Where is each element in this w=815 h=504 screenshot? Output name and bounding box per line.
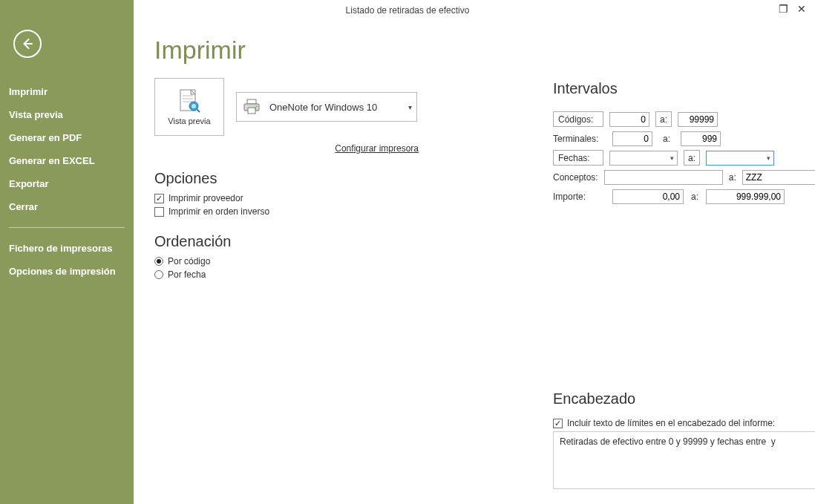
a-text: a: (688, 153, 695, 163)
sidebar-item-imprimir[interactable]: Imprimir (0, 80, 134, 103)
chevron-down-icon: ▾ (767, 154, 770, 162)
sidebar-item-label: Exportar (9, 178, 48, 189)
sidebar-item-label: Opciones de impresión (9, 266, 116, 277)
label-text: Códigos: (558, 114, 593, 125)
maximize-icon[interactable]: ❐ (779, 3, 788, 15)
row-amount: Importe: a: (553, 188, 800, 205)
concepts-from-input[interactable] (604, 170, 723, 185)
close-icon[interactable]: ✕ (797, 3, 806, 15)
main-content: Imprimir Vista previa (134, 21, 815, 504)
preview-label: Vista previa (168, 117, 210, 125)
concepts-label: Conceptos: (553, 172, 598, 183)
radio-by-code[interactable]: Por código (154, 256, 422, 266)
terminals-to-input[interactable] (681, 131, 721, 146)
checkbox-print-provider[interactable]: Imprimir proveedor (154, 193, 422, 203)
sidebar-item-label: Cerrar (9, 201, 38, 212)
back-button[interactable] (13, 30, 42, 58)
printer-icon (243, 99, 262, 115)
terminals-label: Terminales: (553, 134, 606, 144)
chevron-down-icon: ▾ (670, 154, 674, 162)
sidebar-item-vista-previa[interactable]: Vista previa (0, 103, 134, 126)
checkbox-label: Imprimir proveedor (168, 193, 243, 203)
chevron-down-icon: ▾ (408, 103, 412, 111)
window-controls: ❐ ✕ (779, 0, 815, 15)
printer-selected-label: OneNote for Windows 10 (269, 102, 377, 113)
configure-printer-link[interactable]: Configurar impresora (154, 143, 419, 154)
left-column: Vista previa OneNote for Windows 10 ▾ Co… (154, 78, 422, 280)
radio-label: Por fecha (168, 269, 206, 280)
amount-label: Importe: (553, 192, 606, 202)
a-text: a: (660, 114, 667, 125)
window-title: Listado de retiradas de efectivo (346, 5, 470, 16)
arrow-left-icon (21, 37, 34, 50)
checkbox-icon (154, 207, 164, 217)
options-heading: Opciones (154, 170, 422, 187)
right-column: Intervalos Códigos: a: Terminales: a: Fe… (553, 80, 800, 491)
sidebar-item-label: Imprimir (9, 86, 48, 97)
concepts-to-input[interactable] (742, 170, 815, 185)
sidebar-item-label: Generar en EXCEL (9, 155, 95, 166)
sidebar: Imprimir Vista previa Generar en PDF Gen… (0, 0, 134, 504)
sidebar-item-generar-excel[interactable]: Generar en EXCEL (0, 149, 134, 172)
checkbox-label: Imprimir en orden inverso (168, 206, 269, 217)
report-header-textarea[interactable] (553, 431, 815, 489)
sidebar-item-opciones-impresion[interactable]: Opciones de impresión (0, 260, 134, 283)
row-codes: Códigos: a: (553, 111, 800, 128)
header-section: Encabezado Incluir texto de límites en e… (553, 390, 800, 491)
checkbox-label: Incluir texto de límites en el encabezad… (567, 418, 775, 428)
sidebar-item-exportar[interactable]: Exportar (0, 172, 134, 195)
label-text: Fechas: (558, 153, 590, 163)
a-label: a: (690, 192, 700, 202)
checkbox-icon (553, 419, 563, 428)
svg-rect-10 (248, 108, 255, 114)
checkbox-include-limits[interactable]: Incluir texto de límites en el encabezad… (553, 418, 800, 428)
radio-icon (154, 257, 163, 266)
row-terminals: Terminales: a: (553, 130, 800, 147)
a-label: a: (658, 134, 675, 144)
a-button-dates[interactable]: a: (684, 150, 700, 166)
date-from-dropdown[interactable]: ▾ (609, 151, 678, 166)
dates-label-button[interactable]: Fechas: (553, 150, 603, 166)
a-label: a: (729, 172, 736, 183)
header-heading: Encabezado (553, 390, 800, 408)
radio-by-date[interactable]: Por fecha (154, 269, 422, 280)
row-concepts: Conceptos: a: (553, 168, 800, 186)
page-title: Imprimir (154, 36, 794, 65)
sidebar-item-fichero-impresoras[interactable]: Fichero de impresoras (0, 237, 134, 260)
ordering-heading: Ordenación (154, 233, 422, 250)
codes-to-input[interactable] (678, 112, 718, 127)
sidebar-item-generar-pdf[interactable]: Generar en PDF (0, 126, 134, 149)
sidebar-separator (9, 227, 125, 228)
a-button-codes[interactable]: a: (655, 111, 672, 127)
codes-label-button[interactable]: Códigos: (553, 111, 603, 127)
date-to-dropdown[interactable]: ▾ (706, 151, 774, 166)
print-top-row: Vista previa OneNote for Windows 10 ▾ (154, 78, 422, 136)
sidebar-item-cerrar[interactable]: Cerrar (0, 195, 134, 218)
radio-label: Por código (168, 256, 210, 266)
row-dates: Fechas: ▾ a: ▾ (553, 149, 800, 166)
amount-from-input[interactable] (612, 189, 684, 204)
svg-line-7 (197, 109, 200, 112)
sidebar-item-label: Fichero de impresoras (9, 243, 112, 254)
sidebar-item-label: Vista previa (9, 109, 63, 120)
svg-point-11 (256, 105, 258, 107)
intervals-heading: Intervalos (553, 80, 800, 97)
svg-point-6 (192, 104, 196, 108)
preview-button[interactable]: Vista previa (154, 78, 224, 136)
printer-dropdown[interactable]: OneNote for Windows 10 ▾ (236, 92, 417, 122)
amount-to-input[interactable] (706, 189, 785, 204)
svg-rect-8 (247, 99, 256, 104)
sidebar-item-label: Generar en PDF (9, 132, 82, 143)
terminals-from-input[interactable] (612, 131, 652, 146)
printer-block: OneNote for Windows 10 ▾ (236, 78, 417, 122)
checkbox-icon (154, 194, 164, 203)
checkbox-print-reverse[interactable]: Imprimir en orden inverso (154, 206, 422, 217)
document-preview-icon (178, 88, 200, 114)
codes-from-input[interactable] (609, 112, 649, 127)
radio-icon (154, 270, 163, 279)
